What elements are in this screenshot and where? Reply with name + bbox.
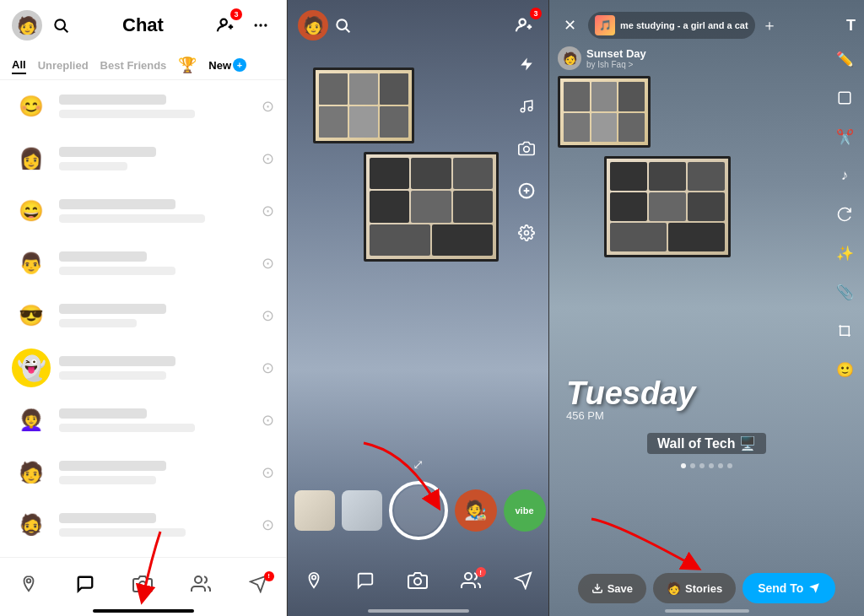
list-item[interactable]: 👩 ⊙ <box>0 132 286 185</box>
camera-icon: ⊙ <box>262 359 274 377</box>
camera-icon: ⊙ <box>262 149 274 168</box>
filter-bar: All Unreplied Best Friends 🏆 New + <box>0 51 286 80</box>
home-indicator <box>665 609 749 613</box>
svg-point-27 <box>311 575 316 580</box>
add-button[interactable]: ＋ <box>762 15 777 35</box>
avatar: 🧔 <box>12 505 51 544</box>
sparkle-tool[interactable]: ✨ <box>832 240 857 266</box>
chat-content <box>59 304 253 327</box>
chat-name <box>59 304 166 314</box>
svg-point-2 <box>221 19 227 25</box>
vibe-filter[interactable]: vibe <box>504 489 546 532</box>
list-item[interactable]: 👨 ⊙ <box>0 237 286 289</box>
list-item[interactable]: 🧑‍💼 ⊙ <box>0 551 286 557</box>
nav-spotlight[interactable]: ! <box>249 575 267 593</box>
cam-nav-camera[interactable] <box>408 570 428 596</box>
nav-camera[interactable] <box>132 574 153 594</box>
shutter-button[interactable] <box>389 481 448 540</box>
flash-tool[interactable] <box>513 51 540 78</box>
filter-best-friends[interactable]: Best Friends <box>100 57 167 73</box>
filter-all[interactable]: All <box>12 57 26 74</box>
settings-tool[interactable] <box>513 219 540 246</box>
svg-point-0 <box>55 19 65 30</box>
search-button[interactable] <box>47 12 74 39</box>
sender-sub: by Ish Faq > <box>586 60 646 69</box>
bitmoji-filter[interactable]: 🧑‍🎨 <box>455 489 497 532</box>
draw-tool[interactable]: ✏️ <box>832 46 857 72</box>
emoji-tool[interactable]: 🙂 <box>832 357 857 382</box>
home-indicator <box>368 609 469 613</box>
link-tool[interactable]: 📎 <box>832 279 857 305</box>
music-tool[interactable] <box>513 93 540 120</box>
music-tool-send[interactable]: ♪ <box>832 163 857 188</box>
camera-icon: ⊙ <box>262 254 274 273</box>
svg-point-7 <box>264 24 267 26</box>
chat-header: 🧑 Chat 3 <box>0 0 286 51</box>
snap-filter-2[interactable] <box>342 490 382 531</box>
scissors-tool[interactable]: ✂️ <box>832 124 857 149</box>
camera-icon: ⊙ <box>262 97 274 116</box>
nav-location[interactable] <box>19 575 38 593</box>
nav-friends[interactable] <box>191 574 211 594</box>
add-tool[interactable] <box>513 177 540 204</box>
sender-avatar: 🧑 <box>558 46 581 70</box>
cam-nav-location[interactable] <box>305 571 323 595</box>
filter-trophy[interactable]: 🏆 <box>178 56 197 74</box>
chat-name <box>59 95 166 105</box>
flip-camera-tool[interactable] <box>513 135 540 162</box>
crop-tool[interactable] <box>832 318 857 343</box>
close-button[interactable]: ✕ <box>558 14 581 37</box>
camera-right-tools <box>513 51 540 246</box>
sticker-tool[interactable] <box>832 85 857 111</box>
user-avatar[interactable]: 🧑 <box>12 10 42 41</box>
list-item[interactable]: 👻 ⊙ <box>0 342 286 394</box>
text-tool-button[interactable]: T <box>846 17 856 35</box>
chat-content <box>59 356 253 380</box>
more-options-button[interactable] <box>247 12 274 39</box>
list-item[interactable]: 😊 ⊙ <box>0 80 286 132</box>
save-button[interactable]: Save <box>578 574 646 603</box>
send-to-button[interactable]: Send To <box>742 573 835 603</box>
avatar: 😎 <box>12 296 51 335</box>
stories-button[interactable]: 🧑 Stories <box>653 573 736 603</box>
camera-avatar[interactable]: 🧑 <box>298 10 328 41</box>
filter-new[interactable]: New + <box>208 58 246 72</box>
story-dot-6 <box>727 463 732 468</box>
camera-panel: 🧑 3 <box>287 0 548 616</box>
svg-point-19 <box>528 107 532 111</box>
avatar: 😄 <box>12 192 51 230</box>
list-item[interactable]: 👩‍🦱 ⊙ <box>0 394 286 446</box>
filter-unreplied[interactable]: Unreplied <box>38 57 89 73</box>
cam-nav-spotlight[interactable] <box>514 571 532 595</box>
cam-nav-friends[interactable]: ! <box>461 570 481 596</box>
nav-chat[interactable] <box>76 575 94 593</box>
story-dots <box>549 463 864 468</box>
chat-preview <box>59 476 156 484</box>
rotate-tool[interactable] <box>832 202 857 227</box>
list-item[interactable]: 🧑 ⊙ <box>0 446 286 499</box>
list-item[interactable]: 🧔 ⊙ <box>0 499 286 551</box>
expand-icon[interactable]: ⤢ <box>413 457 424 473</box>
svg-rect-31 <box>839 92 850 104</box>
chat-preview <box>59 528 186 537</box>
chat-content <box>59 251 253 275</box>
page-title: Chat <box>74 14 212 36</box>
sender-row: 🧑 Sunset Day by Ish Faq > <box>558 46 646 70</box>
list-item[interactable]: 😎 ⊙ <box>0 289 286 342</box>
add-friend-button[interactable]: 3 <box>212 12 239 39</box>
camera-bottom-row: 🧑‍🎨 vibe ↺ <box>287 481 548 540</box>
snap-filter-1[interactable] <box>294 490 335 531</box>
list-item[interactable]: 😄 ⊙ <box>0 185 286 237</box>
chat-list: 😊 ⊙ 👩 ⊙ 😄 ⊙ 👨 <box>0 80 286 557</box>
song-title: me studying - a girl and a cat <box>620 20 748 30</box>
song-info[interactable]: 🎵 me studying - a girl and a cat <box>588 12 755 39</box>
camera-search-button[interactable] <box>328 11 357 40</box>
camera-add-friend-button[interactable]: 3 <box>510 11 538 40</box>
svg-point-14 <box>520 19 526 25</box>
day-label: Tuesday <box>566 377 695 409</box>
camera-icon: ⊙ <box>262 202 274 220</box>
caption-text: Wall of Tech 🖥️ <box>647 433 766 454</box>
svg-point-28 <box>414 578 421 585</box>
cam-nav-chat[interactable] <box>356 571 375 595</box>
avatar: 👻 <box>12 349 51 387</box>
